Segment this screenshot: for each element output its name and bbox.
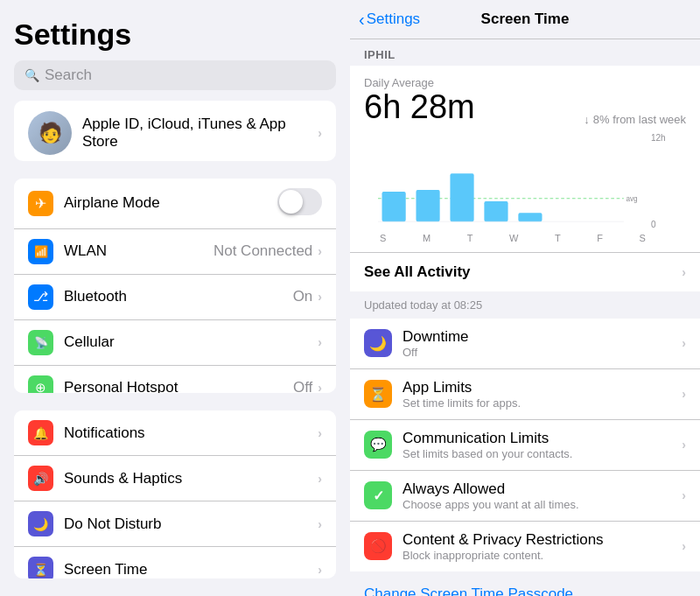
svg-rect-2 [382,192,406,221]
screentime-label: Screen Time [64,561,318,578]
downtime-item[interactable]: 🌙 Downtime Off › [350,319,700,369]
username-label: IPHIL [364,48,396,61]
see-all-chevron: › [682,265,686,279]
notifications-chevron: › [318,426,322,440]
comm-limits-title: Communication Limits [402,430,682,447]
airplane-toggle[interactable] [277,188,322,219]
svg-rect-6 [518,213,542,221]
list-item-notifications[interactable]: 🔔 Notifications › [14,410,336,456]
notifications-label: Notifications [64,424,318,442]
nav-title: Screen Time [481,11,570,28]
username-section: IPHIL [350,39,700,66]
hotspot-icon: ⊕ [35,380,46,393]
comm-limits-icon-wrap: 💬 [364,431,392,459]
avatar: 🧑 [28,111,72,155]
content-privacy-item[interactable]: 🚫 Content & Privacy Restrictions Block i… [350,522,700,571]
daily-avg-change-text: 8% from last week [593,113,686,126]
bluetooth-icon: ⎇ [33,289,48,305]
always-allowed-title: Always Allowed [402,480,682,498]
sounds-icon: 🔊 [33,472,48,486]
hotspot-value: Off [293,379,312,393]
content-privacy-chevron: › [682,539,686,553]
search-placeholder: Search [45,67,92,84]
list-item-hotspot[interactable]: ⊕ Personal Hotspot Off › [14,366,336,394]
svg-text:avg: avg [626,193,638,203]
airplane-icon-wrap: ✈ [28,191,53,216]
hotspot-label: Personal Hotspot [64,379,293,393]
always-allowed-icon-wrap: ✓ [364,481,392,509]
app-limits-content: App Limits Set time limits for apps. [402,379,682,410]
day-f: F [597,233,603,243]
chart-container: avg [364,133,686,252]
list-item-sounds[interactable]: 🔊 Sounds & Haptics › [14,456,336,501]
usage-chart: avg [378,133,648,229]
apple-id-section: 🧑 Apple ID, iCloud, iTunes & App Store › [14,101,336,161]
chart-top-label: 12h [651,133,672,143]
downtime-title: Downtime [402,328,682,346]
always-allowed-item[interactable]: ✓ Always Allowed Choose apps you want at… [350,471,700,522]
list-item-cellular[interactable]: 📡 Cellular › [14,320,336,366]
downtime-icon: 🌙 [369,335,387,352]
comm-limits-chevron: › [682,438,686,452]
list-item-screentime[interactable]: ⏳ Screen Time › [14,547,336,578]
list-item-bluetooth[interactable]: ⎇ Bluetooth On › [14,275,336,320]
see-all-row[interactable]: See All Activity › [350,252,700,291]
dnd-icon-wrap: 🌙 [28,511,53,536]
bluetooth-chevron: › [318,290,322,304]
chevron-right-icon: › [318,126,322,140]
list-item-dnd[interactable]: 🌙 Do Not Disturb › [14,501,336,547]
app-limits-subtitle: Set time limits for apps. [402,396,682,410]
wlan-icon: 📶 [34,245,48,258]
comm-limits-item[interactable]: 💬 Communication Limits Set limits based … [350,420,700,471]
airplane-icon: ✈ [35,195,46,212]
bluetooth-label: Bluetooth [64,288,293,305]
day-t2: T [555,233,561,243]
content-privacy-subtitle: Block inappropriate content. [402,549,682,562]
notifications-icon-wrap: 🔔 [28,420,53,445]
updated-text: Updated today at 08:25 [364,298,482,312]
cellular-icon-wrap: 📡 [28,330,53,355]
wlan-label: WLAN [64,242,214,260]
always-allowed-icon: ✓ [373,487,384,504]
content-privacy-content: Content & Privacy Restrictions Block ina… [402,531,682,562]
dnd-icon: 🌙 [33,517,48,531]
always-allowed-subtitle: Choose apps you want at all times. [402,498,682,511]
nav-header: ‹ Settings Screen Time [350,0,700,39]
apple-id-item[interactable]: 🧑 Apple ID, iCloud, iTunes & App Store › [14,101,336,161]
daily-avg-row: 6h 28m ↓ 8% from last week [364,89,686,133]
downtime-content: Downtime Off [402,328,682,359]
apple-id-info: Apple ID, iCloud, iTunes & App Store [82,116,318,151]
always-allowed-content: Always Allowed Choose apps you want at a… [402,480,682,511]
left-panel: Settings 🔍 Search 🧑 Apple ID, iCloud, iT… [0,0,350,596]
nav-back-label: Settings [367,11,420,28]
app-limits-item[interactable]: ⏳ App Limits Set time limits for apps. › [350,369,700,420]
settings-group-2: 🔔 Notifications › 🔊 Sounds & Haptics › 🌙… [14,410,336,578]
day-s2: S [640,233,646,243]
comm-limits-subtitle: Set limits based on your contacts. [402,447,682,460]
svg-rect-3 [416,190,439,221]
cellular-icon: 📡 [34,336,48,349]
daily-avg-section: Daily Average 6h 28m ↓ 8% from last week… [350,66,700,252]
downtime-icon-wrap: 🌙 [364,329,392,357]
passcode-link[interactable]: Change Screen Time Passcode [364,585,573,596]
day-s1: S [380,233,386,243]
cellular-label: Cellular [64,333,318,351]
back-chevron-icon: ‹ [359,11,365,28]
content-privacy-icon-wrap: 🚫 [364,532,392,560]
screentime-icon: ⏳ [33,563,48,577]
chart-bottom-label: 0 [651,220,672,229]
right-content: IPHIL Daily Average 6h 28m ↓ 8% from las… [350,39,700,596]
passcode-section: Change Screen Time Passcode [350,571,700,596]
sounds-icon-wrap: 🔊 [28,466,53,491]
right-panel: ‹ Settings Screen Time IPHIL Daily Avera… [350,0,700,596]
list-item-wlan[interactable]: 📶 WLAN Not Connected › [14,229,336,275]
nav-back-button[interactable]: ‹ Settings [359,11,420,28]
dnd-chevron: › [318,517,322,531]
list-item-airplane[interactable]: ✈ Airplane Mode [14,179,336,229]
daily-avg-value: 6h 28m [364,89,475,126]
search-bar[interactable]: 🔍 Search [14,60,336,90]
content-privacy-title: Content & Privacy Restrictions [402,531,682,549]
wlan-chevron: › [318,244,322,258]
hotspot-icon-wrap: ⊕ [28,375,53,394]
comm-limits-content: Communication Limits Set limits based on… [402,430,682,460]
